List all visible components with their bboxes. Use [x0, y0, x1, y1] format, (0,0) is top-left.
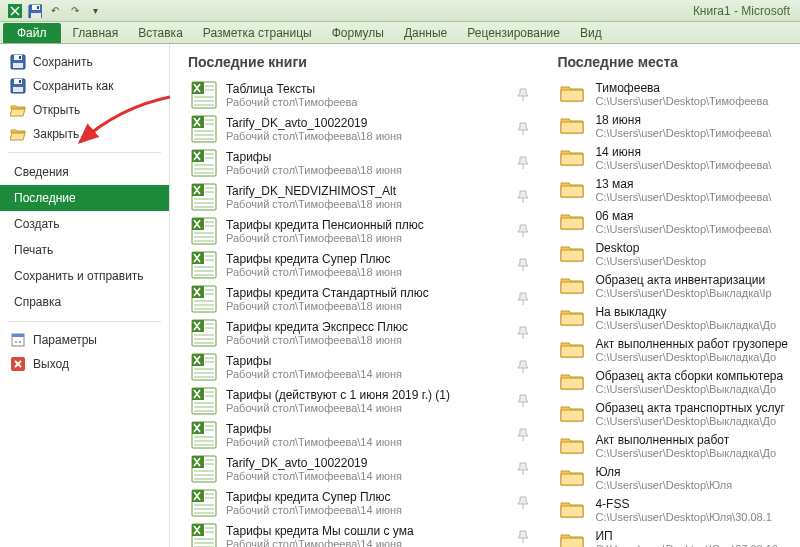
- recent-file-row[interactable]: Tarify_DK_avto_10022019Рабочий стол\Тимо…: [188, 452, 533, 486]
- sidebar-item-11[interactable]: Выход: [0, 352, 169, 376]
- recent-file-row[interactable]: Тарифы кредита Пенсионный плюсРабочий ст…: [188, 214, 533, 248]
- place-name: ИП: [595, 529, 788, 543]
- pin-icon[interactable]: [515, 461, 531, 477]
- pin-icon[interactable]: [515, 325, 531, 341]
- recent-place-row[interactable]: 18 июняC:\Users\user\Desktop\Тимофеева\: [557, 110, 790, 142]
- pin-icon[interactable]: [515, 155, 531, 171]
- recent-file-row[interactable]: Тарифы кредита Стандартный плюсРабочий с…: [188, 282, 533, 316]
- backstage-sidebar: СохранитьСохранить какОткрытьЗакрытьСвед…: [0, 44, 170, 547]
- pin-icon[interactable]: [515, 189, 531, 205]
- recent-place-row[interactable]: 14 июняC:\Users\user\Desktop\Тимофеева\: [557, 142, 790, 174]
- pin-icon[interactable]: [515, 427, 531, 443]
- recent-place-row[interactable]: 4-FSSC:\Users\user\Desktop\Юля\30.08.1: [557, 494, 790, 526]
- pin-icon[interactable]: [515, 495, 531, 511]
- file-path: Рабочий стол\Тимофеева\14 июня: [226, 402, 507, 414]
- pin-icon[interactable]: [515, 291, 531, 307]
- redo-icon[interactable]: ↷: [66, 2, 84, 20]
- pin-icon[interactable]: [515, 529, 531, 545]
- recent-file-row[interactable]: ТарифыРабочий стол\Тимофеева\14 июня: [188, 350, 533, 384]
- file-path: Рабочий стол\Тимофеева: [226, 96, 507, 108]
- recent-file-row[interactable]: ТарифыРабочий стол\Тимофеева\14 июня: [188, 418, 533, 452]
- file-meta: Tarify_DK_avto_10022019Рабочий стол\Тимо…: [226, 116, 507, 142]
- recent-places-list[interactable]: ТимофееваC:\Users\user\Desktop\Тимофеева…: [557, 78, 796, 547]
- file-name: Tarify_DK_NEDVIZHIMOST_Alt: [226, 184, 507, 198]
- pin-icon[interactable]: [515, 223, 531, 239]
- recent-place-row[interactable]: DesktopC:\Users\user\Desktop: [557, 238, 790, 270]
- recent-place-row[interactable]: Образец акта сборки компьютераC:\Users\u…: [557, 366, 790, 398]
- file-name: Тарифы кредита Супер Плюс: [226, 252, 507, 266]
- place-meta: DesktopC:\Users\user\Desktop: [595, 241, 788, 267]
- place-meta: 06 маяC:\Users\user\Desktop\Тимофеева\: [595, 209, 788, 235]
- ribbon-tab[interactable]: Главная: [63, 22, 129, 43]
- pin-icon[interactable]: [515, 359, 531, 375]
- recent-place-row[interactable]: 06 маяC:\Users\user\Desktop\Тимофеева\: [557, 206, 790, 238]
- recent-file-row[interactable]: Тарифы кредита Супер ПлюсРабочий стол\Ти…: [188, 248, 533, 282]
- undo-icon[interactable]: ↶: [46, 2, 64, 20]
- recent-place-row[interactable]: Образец акта инвентаризацииC:\Users\user…: [557, 270, 790, 302]
- recent-files-list[interactable]: Таблица ТекстыРабочий стол\ТимофееваTari…: [188, 78, 539, 547]
- place-name: 06 мая: [595, 209, 788, 223]
- recent-place-row[interactable]: Акт выполненных работ грузопереC:\Users\…: [557, 334, 790, 366]
- recent-file-row[interactable]: Тарифы (действуют с 1 июня 2019 г.) (1)Р…: [188, 384, 533, 418]
- recent-place-row[interactable]: ИПC:\Users\user\Desktop\Юля\27.08.18: [557, 526, 790, 547]
- recent-file-row[interactable]: Таблица ТекстыРабочий стол\Тимофеева: [188, 78, 533, 112]
- sidebar-item-9[interactable]: Справка: [0, 289, 169, 315]
- file-path: Рабочий стол\Тимофеева\14 июня: [226, 368, 507, 380]
- save-as-icon: [10, 78, 26, 94]
- recent-file-row[interactable]: Тарифы кредита Супер ПлюсРабочий стол\Ти…: [188, 486, 533, 520]
- options-icon: [10, 332, 26, 348]
- sidebar-item-8[interactable]: Сохранить и отправить: [0, 263, 169, 289]
- sidebar-item-2[interactable]: Открыть: [0, 98, 169, 122]
- recent-place-row[interactable]: ТимофееваC:\Users\user\Desktop\Тимофеева: [557, 78, 790, 110]
- recent-place-row[interactable]: 13 маяC:\Users\user\Desktop\Тимофеева\: [557, 174, 790, 206]
- sidebar-item-4[interactable]: Сведения: [0, 159, 169, 185]
- pin-icon[interactable]: [515, 257, 531, 273]
- place-meta: Акт выполненных работ грузопереC:\Users\…: [595, 337, 788, 363]
- sidebar-item-label: Сохранить: [33, 55, 93, 69]
- recent-file-row[interactable]: Tarify_DK_avto_10022019Рабочий стол\Тимо…: [188, 112, 533, 146]
- sidebar-item-5[interactable]: Последние: [0, 185, 169, 211]
- pin-icon[interactable]: [515, 393, 531, 409]
- ribbon-tab[interactable]: Рецензирование: [457, 22, 570, 43]
- ribbon-tab[interactable]: Формулы: [322, 22, 394, 43]
- recent-place-row[interactable]: Акт выполненных работC:\Users\user\Deskt…: [557, 430, 790, 462]
- pin-icon[interactable]: [515, 87, 531, 103]
- file-meta: ТарифыРабочий стол\Тимофеева\18 июня: [226, 150, 507, 176]
- sidebar-item-10[interactable]: Параметры: [0, 328, 169, 352]
- recent-place-row[interactable]: Образец акта транспортных услугC:\Users\…: [557, 398, 790, 430]
- file-path: Рабочий стол\Тимофеева\18 июня: [226, 300, 507, 312]
- sidebar-item-7[interactable]: Печать: [0, 237, 169, 263]
- recent-file-row[interactable]: Tarify_DK_NEDVIZHIMOST_AltРабочий стол\Т…: [188, 180, 533, 214]
- excel-file-icon: [190, 353, 218, 381]
- ribbon-tab[interactable]: Вид: [570, 22, 612, 43]
- ribbon-tab[interactable]: Данные: [394, 22, 457, 43]
- file-name: Тарифы кредита Экспресс Плюс: [226, 320, 507, 334]
- recent-file-row[interactable]: Тарифы кредита Экспресс ПлюсРабочий стол…: [188, 316, 533, 350]
- qat-dropdown-icon[interactable]: ▾: [86, 2, 104, 20]
- folder-icon: [559, 211, 587, 233]
- ribbon-tab[interactable]: Вставка: [128, 22, 193, 43]
- place-name: 14 июня: [595, 145, 788, 159]
- sidebar-item-6[interactable]: Создать: [0, 211, 169, 237]
- place-name: 13 мая: [595, 177, 788, 191]
- recent-file-row[interactable]: ТарифыРабочий стол\Тимофеева\18 июня: [188, 146, 533, 180]
- ribbon-tab[interactable]: Разметка страницы: [193, 22, 322, 43]
- sidebar-item-3[interactable]: Закрыть: [0, 122, 169, 146]
- recent-file-row[interactable]: Тарифы кредита Мы сошли с умаРабочий сто…: [188, 520, 533, 547]
- place-meta: ЮляC:\Users\user\Desktop\Юля: [595, 465, 788, 491]
- file-tab[interactable]: Файл: [3, 23, 61, 43]
- backstage: СохранитьСохранить какОткрытьЗакрытьСвед…: [0, 44, 800, 547]
- pin-icon[interactable]: [515, 121, 531, 137]
- recent-place-row[interactable]: ЮляC:\Users\user\Desktop\Юля: [557, 462, 790, 494]
- recent-files-column: Последние книги Таблица ТекстыРабочий ст…: [188, 54, 539, 547]
- recent-place-row[interactable]: На выкладкуC:\Users\user\Desktop\Выкладк…: [557, 302, 790, 334]
- file-meta: Тарифы кредита Пенсионный плюсРабочий ст…: [226, 218, 507, 244]
- sidebar-item-1[interactable]: Сохранить как: [0, 74, 169, 98]
- ribbon-tabs: Файл ГлавнаяВставкаРазметка страницыФорм…: [0, 22, 800, 44]
- file-meta: Тарифы (действуют с 1 июня 2019 г.) (1)Р…: [226, 388, 507, 414]
- save-qat-icon[interactable]: [26, 2, 44, 20]
- place-meta: 14 июняC:\Users\user\Desktop\Тимофеева\: [595, 145, 788, 171]
- sidebar-item-0[interactable]: Сохранить: [0, 50, 169, 74]
- file-name: Тарифы кредита Стандартный плюс: [226, 286, 507, 300]
- excel-icon[interactable]: [6, 2, 24, 20]
